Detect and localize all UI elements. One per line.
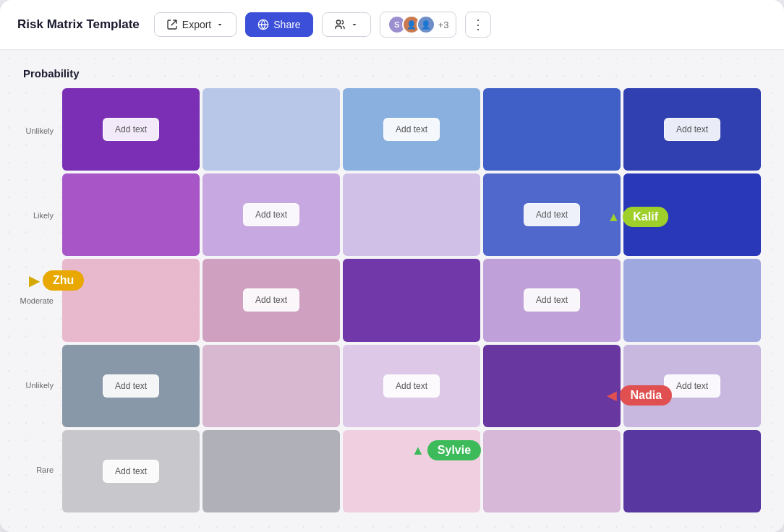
y-label-moderate: Moderate [23,258,59,343]
risk-matrix-grid: Add text Add text Add text Add text Add … [62,88,761,512]
page-title: Risk Matrix Template [17,17,140,32]
cell-r1c4[interactable] [483,88,621,171]
cell-r2c5[interactable] [623,173,761,256]
y-label-unlikely-bottom: Unlikely [23,343,59,427]
cell-r5c3[interactable] [343,430,480,512]
add-text-r3c2[interactable]: Add text [243,288,299,312]
cell-r4c1[interactable]: Add text [62,345,200,427]
probability-label: Probability [23,67,761,80]
matrix-wrapper: Unlikely Likely Moderate Unlikely Rare A… [23,88,761,512]
cell-r2c3[interactable] [343,173,480,256]
cell-r5c5[interactable] [623,430,761,512]
cell-r3c5[interactable] [623,259,761,341]
cell-r4c5[interactable]: Add text [623,345,761,427]
share-button[interactable]: Share [245,12,312,37]
export-button[interactable]: Export [154,12,237,37]
y-label-unlikely-top: Unlikely [23,88,59,173]
chevron-down-icon [350,20,359,29]
add-text-r4c1[interactable]: Add text [103,374,159,398]
cell-r1c3[interactable]: Add text [343,88,480,171]
cell-r2c2[interactable]: Add text [203,173,340,256]
cell-r4c2[interactable] [203,345,340,427]
canvas: Probability Unlikely Likely Moderate Unl… [0,50,784,532]
cell-r3c4[interactable]: Add text [483,259,621,341]
add-text-r4c5[interactable]: Add text [664,374,720,398]
more-options-button[interactable]: ⋮ [465,12,491,38]
app-window: Risk Matrix Template Export Share S 👤 👤 … [0,0,784,532]
cell-r2c4[interactable]: Add text [483,173,621,256]
avatar-2: 👤 [417,15,435,34]
avatar-group[interactable]: S 👤 👤 +3 [380,12,457,38]
cell-r2c1[interactable] [62,173,200,256]
header: Risk Matrix Template Export Share S 👤 👤 … [0,0,784,50]
cell-r3c1[interactable] [62,259,200,341]
cell-r1c1[interactable]: Add text [62,88,200,171]
add-text-r1c5[interactable]: Add text [664,118,720,141]
add-text-r2c4[interactable]: Add text [524,203,580,226]
add-text-r1c1[interactable]: Add text [103,118,159,141]
cell-r1c5[interactable]: Add text [623,88,761,171]
y-label-likely: Likely [23,173,59,257]
cell-r5c1[interactable]: Add text [62,430,200,512]
cell-r1c2[interactable] [203,88,340,171]
svg-point-1 [336,20,340,24]
add-text-r3c4[interactable]: Add text [524,288,580,312]
collaborators-button[interactable] [322,12,371,37]
add-text-r2c2[interactable]: Add text [243,203,299,226]
cell-r4c4[interactable] [483,345,621,427]
people-icon [334,19,346,30]
add-text-r5c1[interactable]: Add text [103,460,159,483]
cell-r4c3[interactable]: Add text [343,345,480,427]
y-axis: Unlikely Likely Moderate Unlikely Rare [23,88,62,512]
cell-r5c4[interactable] [483,430,621,512]
chevron-down-icon [216,20,224,29]
add-text-r4c3[interactable]: Add text [383,374,440,398]
y-label-rare: Rare [23,428,59,512]
cell-r5c2[interactable] [203,430,340,512]
cell-r3c2[interactable]: Add text [203,259,340,341]
globe-icon [257,19,269,30]
add-text-r1c3[interactable]: Add text [383,118,440,141]
export-icon [166,19,178,30]
cell-r3c3[interactable] [343,259,480,341]
avatar-count: +3 [438,20,449,30]
